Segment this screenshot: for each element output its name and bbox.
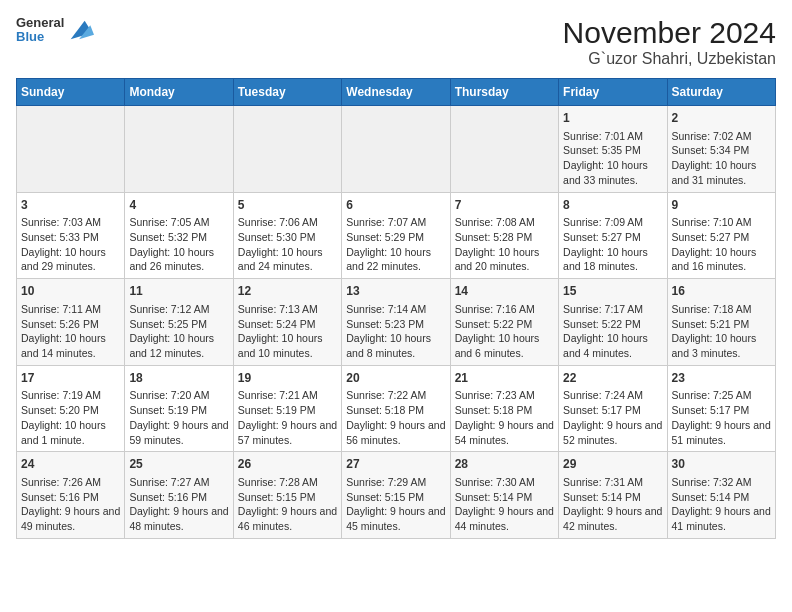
- calendar-day-cell: 13Sunrise: 7:14 AMSunset: 5:23 PMDayligh…: [342, 279, 450, 366]
- calendar-day-cell: 18Sunrise: 7:20 AMSunset: 5:19 PMDayligh…: [125, 365, 233, 452]
- calendar-day-cell: 28Sunrise: 7:30 AMSunset: 5:14 PMDayligh…: [450, 452, 558, 539]
- calendar-day-cell: [17, 106, 125, 193]
- weekday-header: Monday: [125, 79, 233, 106]
- calendar-day-cell: 8Sunrise: 7:09 AMSunset: 5:27 PMDaylight…: [559, 192, 667, 279]
- day-number: 24: [21, 456, 120, 473]
- day-info: Sunrise: 7:23 AMSunset: 5:18 PMDaylight:…: [455, 388, 554, 447]
- day-info: Sunrise: 7:29 AMSunset: 5:15 PMDaylight:…: [346, 475, 445, 534]
- day-number: 20: [346, 370, 445, 387]
- calendar-week-row: 3Sunrise: 7:03 AMSunset: 5:33 PMDaylight…: [17, 192, 776, 279]
- calendar-week-row: 1Sunrise: 7:01 AMSunset: 5:35 PMDaylight…: [17, 106, 776, 193]
- day-number: 23: [672, 370, 771, 387]
- calendar-day-cell: 26Sunrise: 7:28 AMSunset: 5:15 PMDayligh…: [233, 452, 341, 539]
- weekday-header: Sunday: [17, 79, 125, 106]
- day-number: 16: [672, 283, 771, 300]
- day-info: Sunrise: 7:10 AMSunset: 5:27 PMDaylight:…: [672, 215, 771, 274]
- day-info: Sunrise: 7:19 AMSunset: 5:20 PMDaylight:…: [21, 388, 120, 447]
- calendar-day-cell: 6Sunrise: 7:07 AMSunset: 5:29 PMDaylight…: [342, 192, 450, 279]
- day-number: 25: [129, 456, 228, 473]
- day-number: 13: [346, 283, 445, 300]
- day-info: Sunrise: 7:28 AMSunset: 5:15 PMDaylight:…: [238, 475, 337, 534]
- day-number: 1: [563, 110, 662, 127]
- day-number: 30: [672, 456, 771, 473]
- logo: General Blue: [16, 16, 94, 45]
- calendar-day-cell: 20Sunrise: 7:22 AMSunset: 5:18 PMDayligh…: [342, 365, 450, 452]
- day-info: Sunrise: 7:25 AMSunset: 5:17 PMDaylight:…: [672, 388, 771, 447]
- day-info: Sunrise: 7:17 AMSunset: 5:22 PMDaylight:…: [563, 302, 662, 361]
- day-number: 17: [21, 370, 120, 387]
- calendar-day-cell: 23Sunrise: 7:25 AMSunset: 5:17 PMDayligh…: [667, 365, 775, 452]
- calendar-day-cell: 21Sunrise: 7:23 AMSunset: 5:18 PMDayligh…: [450, 365, 558, 452]
- day-number: 18: [129, 370, 228, 387]
- day-info: Sunrise: 7:02 AMSunset: 5:34 PMDaylight:…: [672, 129, 771, 188]
- calendar-day-cell: 2Sunrise: 7:02 AMSunset: 5:34 PMDaylight…: [667, 106, 775, 193]
- day-info: Sunrise: 7:31 AMSunset: 5:14 PMDaylight:…: [563, 475, 662, 534]
- day-info: Sunrise: 7:05 AMSunset: 5:32 PMDaylight:…: [129, 215, 228, 274]
- calendar-day-cell: 24Sunrise: 7:26 AMSunset: 5:16 PMDayligh…: [17, 452, 125, 539]
- page-header: General Blue November 2024 G`uzor Shahri…: [16, 16, 776, 68]
- day-number: 3: [21, 197, 120, 214]
- calendar-day-cell: 3Sunrise: 7:03 AMSunset: 5:33 PMDaylight…: [17, 192, 125, 279]
- day-number: 11: [129, 283, 228, 300]
- day-info: Sunrise: 7:13 AMSunset: 5:24 PMDaylight:…: [238, 302, 337, 361]
- calendar-day-cell: 10Sunrise: 7:11 AMSunset: 5:26 PMDayligh…: [17, 279, 125, 366]
- day-info: Sunrise: 7:21 AMSunset: 5:19 PMDaylight:…: [238, 388, 337, 447]
- calendar-day-cell: 22Sunrise: 7:24 AMSunset: 5:17 PMDayligh…: [559, 365, 667, 452]
- calendar-day-cell: 27Sunrise: 7:29 AMSunset: 5:15 PMDayligh…: [342, 452, 450, 539]
- calendar-day-cell: 4Sunrise: 7:05 AMSunset: 5:32 PMDaylight…: [125, 192, 233, 279]
- day-info: Sunrise: 7:09 AMSunset: 5:27 PMDaylight:…: [563, 215, 662, 274]
- day-number: 19: [238, 370, 337, 387]
- weekday-row: SundayMondayTuesdayWednesdayThursdayFrid…: [17, 79, 776, 106]
- calendar-day-cell: 12Sunrise: 7:13 AMSunset: 5:24 PMDayligh…: [233, 279, 341, 366]
- day-number: 5: [238, 197, 337, 214]
- day-info: Sunrise: 7:01 AMSunset: 5:35 PMDaylight:…: [563, 129, 662, 188]
- day-number: 29: [563, 456, 662, 473]
- weekday-header: Saturday: [667, 79, 775, 106]
- day-info: Sunrise: 7:32 AMSunset: 5:14 PMDaylight:…: [672, 475, 771, 534]
- day-number: 12: [238, 283, 337, 300]
- calendar-day-cell: 25Sunrise: 7:27 AMSunset: 5:16 PMDayligh…: [125, 452, 233, 539]
- logo-line2: Blue: [16, 30, 64, 44]
- logo-line1: General: [16, 16, 64, 30]
- day-info: Sunrise: 7:30 AMSunset: 5:14 PMDaylight:…: [455, 475, 554, 534]
- day-info: Sunrise: 7:14 AMSunset: 5:23 PMDaylight:…: [346, 302, 445, 361]
- calendar-day-cell: 9Sunrise: 7:10 AMSunset: 5:27 PMDaylight…: [667, 192, 775, 279]
- day-number: 9: [672, 197, 771, 214]
- calendar-week-row: 17Sunrise: 7:19 AMSunset: 5:20 PMDayligh…: [17, 365, 776, 452]
- day-number: 15: [563, 283, 662, 300]
- day-number: 28: [455, 456, 554, 473]
- day-number: 10: [21, 283, 120, 300]
- logo-text: General Blue: [16, 16, 64, 45]
- calendar-day-cell: [450, 106, 558, 193]
- calendar-day-cell: [125, 106, 233, 193]
- calendar-header: SundayMondayTuesdayWednesdayThursdayFrid…: [17, 79, 776, 106]
- calendar-body: 1Sunrise: 7:01 AMSunset: 5:35 PMDaylight…: [17, 106, 776, 539]
- calendar-day-cell: 5Sunrise: 7:06 AMSunset: 5:30 PMDaylight…: [233, 192, 341, 279]
- day-number: 21: [455, 370, 554, 387]
- day-number: 4: [129, 197, 228, 214]
- day-number: 27: [346, 456, 445, 473]
- day-info: Sunrise: 7:24 AMSunset: 5:17 PMDaylight:…: [563, 388, 662, 447]
- day-number: 6: [346, 197, 445, 214]
- calendar-day-cell: 17Sunrise: 7:19 AMSunset: 5:20 PMDayligh…: [17, 365, 125, 452]
- day-info: Sunrise: 7:08 AMSunset: 5:28 PMDaylight:…: [455, 215, 554, 274]
- calendar-day-cell: 14Sunrise: 7:16 AMSunset: 5:22 PMDayligh…: [450, 279, 558, 366]
- day-info: Sunrise: 7:27 AMSunset: 5:16 PMDaylight:…: [129, 475, 228, 534]
- calendar-day-cell: 16Sunrise: 7:18 AMSunset: 5:21 PMDayligh…: [667, 279, 775, 366]
- day-info: Sunrise: 7:06 AMSunset: 5:30 PMDaylight:…: [238, 215, 337, 274]
- day-number: 14: [455, 283, 554, 300]
- day-number: 26: [238, 456, 337, 473]
- calendar-week-row: 24Sunrise: 7:26 AMSunset: 5:16 PMDayligh…: [17, 452, 776, 539]
- day-info: Sunrise: 7:22 AMSunset: 5:18 PMDaylight:…: [346, 388, 445, 447]
- day-info: Sunrise: 7:12 AMSunset: 5:25 PMDaylight:…: [129, 302, 228, 361]
- day-number: 2: [672, 110, 771, 127]
- weekday-header: Wednesday: [342, 79, 450, 106]
- calendar-day-cell: 15Sunrise: 7:17 AMSunset: 5:22 PMDayligh…: [559, 279, 667, 366]
- day-info: Sunrise: 7:03 AMSunset: 5:33 PMDaylight:…: [21, 215, 120, 274]
- calendar-day-cell: 30Sunrise: 7:32 AMSunset: 5:14 PMDayligh…: [667, 452, 775, 539]
- calendar-week-row: 10Sunrise: 7:11 AMSunset: 5:26 PMDayligh…: [17, 279, 776, 366]
- day-number: 22: [563, 370, 662, 387]
- calendar-subtitle: G`uzor Shahri, Uzbekistan: [563, 50, 776, 68]
- calendar-day-cell: 7Sunrise: 7:08 AMSunset: 5:28 PMDaylight…: [450, 192, 558, 279]
- calendar-day-cell: 1Sunrise: 7:01 AMSunset: 5:35 PMDaylight…: [559, 106, 667, 193]
